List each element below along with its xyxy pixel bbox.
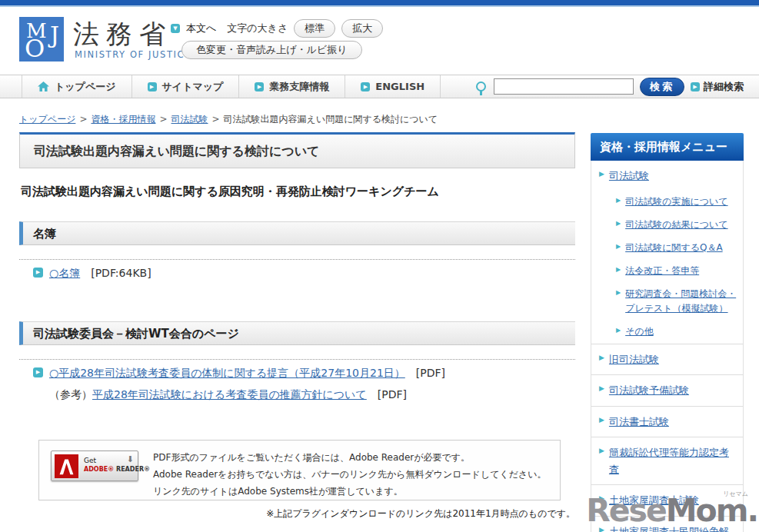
sidebar-link[interactable]: 司法試験に関するQ＆A	[625, 241, 723, 256]
advanced-search-label: 詳細検索	[704, 80, 744, 94]
section-wt-page: 司法試験委員会－検討WT会合のページ ▶○平成28年司法試験考査委員の体制に関す…	[19, 321, 575, 407]
get-adobe-reader-badge[interactable]: Get ADOBE® READER® ⬇	[51, 451, 138, 481]
sidebar-item[interactable]: ▶司法試験予備試験	[591, 374, 743, 405]
watermark-text-dark: Mom.	[666, 492, 757, 529]
triangle-icon: ▶	[616, 197, 621, 204]
sidebar-title: 資格・採用情報メニュー	[591, 133, 744, 161]
main-content: 司法試験出題内容漏えい問題に関する検討について 司法試験出題内容漏えい問題に関す…	[19, 0, 575, 532]
triangle-icon: ▶	[616, 243, 621, 250]
badge-reader-text: READER®	[114, 466, 150, 473]
triangle-icon: ▶	[599, 170, 604, 178]
triangle-icon: ▶	[599, 354, 604, 361]
pdf-label: [PDF]	[367, 387, 407, 404]
download-arrow-icon: ⬇	[127, 454, 134, 464]
arrow-icon: ▶	[691, 82, 700, 91]
sidebar-link[interactable]: 簡裁訴訟代理等能力認定考査	[609, 444, 738, 477]
sidebar-item[interactable]: ▶司法試験に関するQ＆A	[591, 237, 743, 260]
sidebar-link[interactable]: 旧司法試験	[609, 351, 659, 367]
arrow-icon: ▶	[33, 268, 43, 278]
page-title: 司法試験出題内容漏えい問題に関する検討について	[19, 132, 575, 168]
sidebar-link[interactable]: 研究調査会・問題検討会・プレテスト（模擬試験）	[625, 287, 738, 318]
reference-prefix: （参考）	[49, 387, 92, 404]
sidebar-link[interactable]: 司法書士試験	[609, 414, 669, 430]
badge-adobe-text: ADOBE®	[84, 466, 114, 473]
adobe-logo-icon	[55, 454, 78, 478]
adobe-info-line: リンク先のサイトはAdobe Systems社が運営しています。	[153, 483, 547, 500]
sidebar-items: ▶司法試験▶司法試験の実施について▶司法試験の結果について▶司法試験に関するQ＆…	[591, 161, 744, 532]
section-heading: 名簿	[19, 221, 575, 245]
triangle-icon: ▶	[599, 447, 604, 454]
sidebar-item[interactable]: ▶研究調査会・問題検討会・プレテスト（模擬試験）	[591, 283, 743, 321]
watermark-text-light: Rese	[586, 492, 666, 529]
resemom-watermark: リセマムReseMom.	[586, 495, 757, 527]
dotted-divider	[19, 359, 575, 360]
triangle-icon: ▶	[599, 384, 604, 392]
section-links: ▶○名簿 [PDF:64KB]	[19, 265, 575, 282]
adobe-info-line: Adobe Readerをお持ちでない方は、バナーのリンク先から無料ダウンロード…	[153, 466, 547, 483]
sidebar-link[interactable]: 司法試験の結果について	[625, 218, 727, 233]
document-link[interactable]: ○平成28年司法試験考査委員の体制に関する提言（平成27年10月21日）	[49, 365, 405, 382]
sidebar-item[interactable]: ▶その他	[591, 321, 743, 344]
document-list-row: ▶○名簿 [PDF:64KB]	[33, 265, 575, 282]
document-list-row: （参考）平成28年司法試験における考査委員の推薦方針について [PDF]	[49, 387, 575, 404]
sidebar-link[interactable]: 法令改正・答申等	[625, 264, 699, 279]
adobe-reader-box: Get ADOBE® READER® ⬇ PDF形式のファイルをご覧いただく場合…	[38, 440, 561, 500]
adobe-info-text: PDF形式のファイルをご覧いただく場合には、Adobe Readerが必要です。…	[153, 449, 547, 500]
adobe-info-line: PDF形式のファイルをご覧いただく場合には、Adobe Readerが必要です。	[153, 449, 547, 466]
page-subtitle: 司法試験出題内容漏えい問題に関する原因究明・再発防止検討ワーキングチーム	[21, 185, 439, 199]
advanced-search-link[interactable]: ▶ 詳細検索	[691, 80, 744, 94]
badge-get-label: Get	[84, 457, 96, 464]
page: M O J 法務省 MINISTRY OF JUSTICE ▼ 本文へ 文字の大…	[0, 0, 759, 532]
sidebar-link[interactable]: その他	[625, 324, 654, 340]
badge-brand-label: ADOBE® READER®	[84, 466, 150, 473]
pdf-label: [PDF]	[405, 365, 445, 382]
sidebar-item[interactable]: ▶司法書士試験	[591, 406, 743, 437]
sidebar-link[interactable]: 司法試験	[609, 168, 649, 184]
sidebar-item[interactable]: ▶司法試験の実施について	[591, 191, 743, 214]
sidebar-item[interactable]: ▶法令改正・答申等	[591, 260, 743, 283]
watermark-ruby: リセマム	[723, 491, 748, 497]
sidebar-item[interactable]: ▶簡裁訴訟代理等能力認定考査	[591, 437, 743, 484]
section-links: ▶○平成28年司法試験考査委員の体制に関する提言（平成27年10月21日） [P…	[19, 365, 575, 403]
search-button[interactable]: 検索	[640, 78, 684, 96]
arrow-icon: ▶	[33, 367, 43, 377]
triangle-icon: ▶	[599, 416, 604, 424]
triangle-icon: ▶	[616, 327, 621, 334]
sidebar-link[interactable]: 司法試験予備試験	[609, 382, 689, 398]
document-list-row: ▶○平成28年司法試験考査委員の体制に関する提言（平成27年10月21日） [P…	[33, 365, 575, 382]
document-link[interactable]: ○名簿	[49, 265, 80, 282]
sidebar-item[interactable]: ▶司法試験の結果について	[591, 214, 743, 237]
triangle-icon: ▶	[616, 289, 621, 296]
sidebar-link[interactable]: 司法試験の実施について	[625, 195, 727, 210]
dotted-divider	[19, 259, 575, 260]
triangle-icon: ▶	[616, 266, 621, 273]
section-heading: 司法試験委員会－検討WT会合のページ	[19, 321, 575, 345]
sidebar-item[interactable]: ▶司法試験	[591, 161, 743, 191]
section-meibo: 名簿 ▶○名簿 [PDF:64KB]	[19, 221, 575, 287]
pdf-label: [PDF:64KB]	[80, 265, 151, 282]
document-link[interactable]: 平成28年司法試験における考査委員の推薦方針について	[92, 387, 367, 404]
plugin-note: ※上記プラグインダウンロードのリンク先は2011年1月時点のものです。	[19, 507, 575, 520]
triangle-icon: ▶	[616, 220, 621, 227]
sidebar-item[interactable]: ▶旧司法試験	[591, 344, 743, 374]
sidebar-menu: 資格・採用情報メニュー ▶司法試験▶司法試験の実施について▶司法試験の結果につい…	[591, 133, 744, 532]
